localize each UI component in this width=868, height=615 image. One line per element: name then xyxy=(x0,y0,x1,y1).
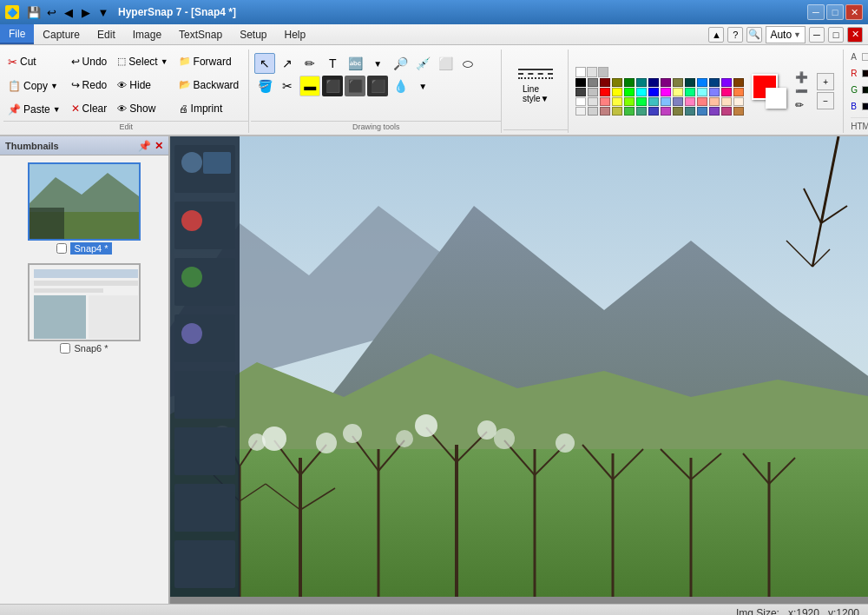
tool-pen[interactable]: ✏ xyxy=(299,53,320,74)
c21[interactable] xyxy=(648,88,659,96)
c45[interactable] xyxy=(600,107,610,116)
c32[interactable] xyxy=(612,97,622,106)
qa-fwd[interactable]: ▶ xyxy=(78,4,94,20)
c43[interactable] xyxy=(575,107,586,116)
thumb-snap4[interactable]: Snap4 * xyxy=(7,162,161,255)
tool-dropdown[interactable]: ▼ xyxy=(367,53,388,74)
select-btn[interactable]: ⬚ Select ▼ xyxy=(113,54,172,69)
c4[interactable] xyxy=(612,78,622,87)
show-btn[interactable]: 👁 Show xyxy=(113,101,172,116)
auto-arrow[interactable]: ▼ xyxy=(793,30,801,39)
paste-btn[interactable]: 📌 Paste ▼ xyxy=(3,102,65,117)
c49[interactable] xyxy=(648,107,659,116)
c10[interactable] xyxy=(685,78,695,87)
c1[interactable] xyxy=(575,78,586,87)
forward-btn[interactable]: 📁 Forward xyxy=(174,54,244,69)
c7[interactable] xyxy=(648,78,659,87)
tool-more-draw[interactable]: ▼ xyxy=(412,76,433,96)
tool-ellipse[interactable]: ⬭ xyxy=(457,53,478,74)
thumb-snap4-checkbox[interactable] xyxy=(56,243,67,254)
c40[interactable] xyxy=(709,97,720,106)
c47[interactable] xyxy=(624,107,635,116)
color-gray[interactable] xyxy=(598,67,608,77)
help-btn[interactable]: ? xyxy=(727,27,743,43)
menu-capture[interactable]: Capture xyxy=(34,24,89,44)
c36[interactable] xyxy=(661,97,671,106)
c41[interactable] xyxy=(721,97,732,106)
c46[interactable] xyxy=(612,107,622,116)
qa-more[interactable]: ▼ xyxy=(95,4,111,20)
qa-undo[interactable]: ↩ xyxy=(43,4,59,20)
thumbs-close-icon[interactable]: ✕ xyxy=(155,140,163,152)
c54[interactable] xyxy=(709,107,720,116)
c8[interactable] xyxy=(661,78,671,87)
tool-gray[interactable]: ⬛ xyxy=(345,76,365,96)
c29[interactable] xyxy=(575,97,586,106)
c34[interactable] xyxy=(636,97,647,106)
menu-setup[interactable]: Setup xyxy=(231,24,275,44)
tool-highlight[interactable]: ▬ xyxy=(299,76,320,96)
menu-edit[interactable]: Edit xyxy=(89,24,124,44)
c37[interactable] xyxy=(673,97,683,106)
c27[interactable] xyxy=(721,88,732,96)
auto-select[interactable]: Auto ▼ xyxy=(766,26,806,43)
close-button[interactable]: ✕ xyxy=(845,4,863,20)
c35[interactable] xyxy=(648,97,659,106)
c42[interactable] xyxy=(733,97,744,106)
tool-paint[interactable]: 💧 xyxy=(390,76,411,96)
tool-black[interactable]: ⬛ xyxy=(322,76,343,96)
tool-stamp[interactable]: 🔤 xyxy=(345,53,365,74)
color-white[interactable] xyxy=(575,67,586,77)
canvas-area[interactable] xyxy=(170,136,868,604)
line-style-btn[interactable]: Linestyle▼ xyxy=(507,64,564,106)
c12[interactable] xyxy=(709,78,720,87)
c20[interactable] xyxy=(636,88,647,96)
c50[interactable] xyxy=(661,107,671,116)
c3[interactable] xyxy=(600,78,610,87)
title-bar-controls[interactable]: ─ □ ✕ xyxy=(807,4,863,20)
c22[interactable] xyxy=(661,88,671,96)
menu-textsnap[interactable]: TextSnap xyxy=(170,24,231,44)
c16[interactable] xyxy=(588,88,598,96)
search-btn[interactable]: 🔍 xyxy=(746,27,762,43)
subtract-color-icon[interactable]: ➖ xyxy=(795,85,808,97)
cut-btn[interactable]: ✂ Cut xyxy=(3,54,65,70)
c2[interactable] xyxy=(588,78,598,87)
c23[interactable] xyxy=(673,88,683,96)
menu-image[interactable]: Image xyxy=(124,24,170,44)
min-btn-menu[interactable]: ─ xyxy=(809,27,825,43)
tool-rect[interactable]: ⬜ xyxy=(435,53,456,74)
c33[interactable] xyxy=(624,97,635,106)
c48[interactable] xyxy=(636,107,647,116)
c38[interactable] xyxy=(685,97,695,106)
copy-btn[interactable]: 📋 Copy ▼ xyxy=(3,78,65,94)
c28[interactable] xyxy=(733,88,744,96)
tool-text[interactable]: T xyxy=(322,53,343,74)
c30[interactable] xyxy=(588,97,598,106)
tool-darkgray[interactable]: ⬛ xyxy=(367,76,388,96)
menu-help[interactable]: Help xyxy=(276,24,315,44)
maximize-button[interactable]: □ xyxy=(826,4,844,20)
c52[interactable] xyxy=(685,107,695,116)
c5[interactable] xyxy=(624,78,635,87)
c24[interactable] xyxy=(685,88,695,96)
minimize-button[interactable]: ─ xyxy=(807,4,825,20)
color-ltgray[interactable] xyxy=(587,67,597,77)
max-btn-menu[interactable]: □ xyxy=(828,27,844,43)
c17[interactable] xyxy=(600,88,610,96)
c15[interactable] xyxy=(575,88,586,96)
color-option-2[interactable]: − xyxy=(817,92,834,109)
backward-btn[interactable]: 📂 Backward xyxy=(174,77,244,93)
imprint-btn[interactable]: 🖨 Imprint xyxy=(174,101,244,116)
c31[interactable] xyxy=(600,97,610,106)
qa-back[interactable]: ◀ xyxy=(61,4,76,20)
tool-eyedropper[interactable]: 💉 xyxy=(412,53,433,74)
undo-btn[interactable]: ↩ Undo xyxy=(67,54,112,69)
c53[interactable] xyxy=(697,107,707,116)
thumb-snap6[interactable]: Snap6 * xyxy=(7,263,161,354)
pin-icon[interactable]: 📌 xyxy=(138,140,151,152)
add-color-icon[interactable]: ➕ xyxy=(795,71,808,83)
collapse-btn[interactable]: ▲ xyxy=(708,27,724,43)
c25[interactable] xyxy=(697,88,707,96)
hide-btn[interactable]: 👁 Hide xyxy=(113,77,172,93)
